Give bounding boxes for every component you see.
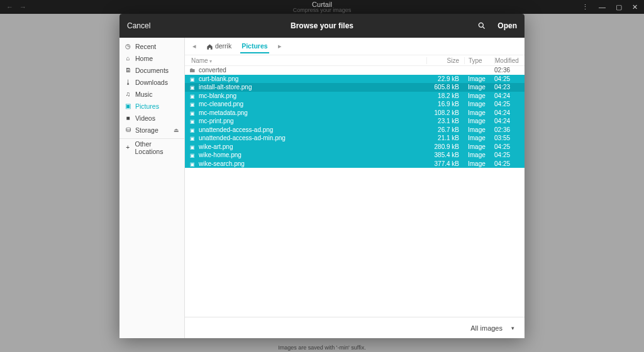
sidebar-item-label: Videos (135, 114, 155, 122)
sort-indicator-icon: ▾ (209, 58, 212, 64)
sidebar-item-home[interactable]: ⌂Home (119, 52, 184, 64)
file-type: Image (464, 151, 494, 158)
image-file-icon (189, 135, 196, 141)
sidebar-item-label: Documents (135, 67, 169, 74)
sidebar-item-label: Downloads (135, 79, 168, 86)
breadcrumb-current[interactable]: Pictures (240, 40, 269, 53)
file-row[interactable]: wike-art.png280.9 kBImage04:25 (185, 143, 525, 151)
file-size: 18.2 kB (426, 92, 464, 99)
file-size: 280.9 kB (426, 143, 464, 150)
pic-icon: ▣ (125, 102, 131, 109)
svg-point-0 (479, 23, 484, 27)
close-icon[interactable]: ✕ (632, 3, 638, 11)
sidebar-item-label: Storage (135, 126, 158, 134)
sidebar-item-label: Music (135, 91, 152, 98)
breadcrumb-back-icon[interactable]: ◂ (191, 42, 197, 50)
file-size: 21.1 kB (426, 135, 464, 141)
file-row[interactable]: mc-print.png23.1 kBImage04:24 (185, 117, 525, 126)
eject-icon[interactable]: ⏏ (174, 127, 179, 133)
column-type[interactable]: Type (464, 57, 494, 64)
sidebar-item-videos[interactable]: ■Videos (119, 112, 184, 124)
music-icon: ♫ (125, 91, 131, 97)
sidebar-item-storage[interactable]: ⛁Storage⏏ (119, 124, 184, 136)
file-modified: 04:25 (494, 101, 525, 107)
kebab-menu-icon[interactable]: ⋮ (582, 3, 589, 11)
image-file-icon (189, 126, 196, 133)
forward-arrow[interactable]: → (19, 3, 26, 11)
plus-icon: + (125, 144, 131, 151)
file-type: Image (464, 101, 494, 107)
maximize-icon[interactable]: ▢ (616, 3, 622, 11)
file-size: 385.4 kB (426, 151, 464, 158)
sidebar-item-label: Home (135, 55, 153, 62)
image-file-icon (189, 92, 196, 99)
minimize-icon[interactable]: — (599, 3, 606, 11)
home-icon: ⌂ (125, 55, 131, 62)
file-name: mc-metadata.png (199, 109, 426, 116)
image-file-icon (189, 160, 196, 167)
file-size: 23.1 kB (426, 118, 464, 124)
status-note: Images are saved with '-min' suffix. (0, 344, 644, 351)
file-modified: 04:24 (494, 118, 525, 124)
file-name: converted (199, 67, 426, 74)
image-file-icon (189, 75, 196, 82)
image-file-icon (189, 101, 196, 107)
svg-line-1 (483, 27, 485, 29)
image-file-icon (189, 118, 196, 124)
file-name: mc-blank.png (199, 92, 426, 99)
file-name: mc-cleaned.png (199, 101, 426, 107)
chevron-down-icon[interactable]: ▾ (511, 325, 514, 331)
column-size[interactable]: Size (426, 57, 464, 64)
sidebar-item-music[interactable]: ♫Music (119, 88, 184, 100)
file-row[interactable]: mc-cleaned.png16.9 kBImage04:25 (185, 100, 525, 109)
folder-row[interactable]: converted02:36 (185, 66, 525, 75)
file-modified: 04:23 (494, 84, 525, 91)
sidebar-item-documents[interactable]: 🗎Documents (119, 64, 184, 76)
column-name[interactable]: Name▾ (185, 57, 426, 64)
open-button[interactable]: Open (497, 21, 517, 30)
file-row[interactable]: wike-home.png385.4 kBImage04:25 (185, 151, 525, 160)
file-modified: 04:24 (494, 109, 525, 116)
file-filter-dropdown[interactable]: All images (470, 324, 502, 332)
file-modified: 04:25 (494, 75, 525, 82)
file-row[interactable]: wike-search.png377.4 kBImage04:25 (185, 160, 525, 168)
app-tagline: Compress your images (0, 8, 644, 13)
file-row[interactable]: install-alt-store.png605.8 kBImage04:23 (185, 83, 525, 92)
file-list-header: Name▾ Size Type Modified (185, 55, 525, 66)
file-type: Image (464, 92, 494, 99)
file-size: 16.9 kB (426, 101, 464, 107)
file-type: Image (464, 160, 494, 167)
breadcrumb: ◂ derrik Pictures ▸ (185, 38, 525, 55)
file-name: install-alt-store.png (199, 84, 426, 91)
image-file-icon (189, 143, 196, 150)
sidebar-item-pictures[interactable]: ▣Pictures (119, 100, 184, 112)
file-name: wike-art.png (199, 143, 426, 150)
file-modified: 04:25 (494, 160, 525, 167)
sidebar-item-other-locations[interactable]: +Other Locations (119, 141, 184, 153)
cancel-button[interactable]: Cancel (127, 21, 150, 30)
sidebar-item-recent[interactable]: ◷Recent (119, 40, 184, 52)
image-file-icon (189, 109, 196, 116)
doc-icon: 🗎 (125, 67, 131, 74)
search-icon[interactable] (477, 21, 486, 30)
file-row[interactable]: unattended-access-ad.png26.7 kBImage02:3… (185, 126, 525, 135)
file-chooser-dialog: Cancel Browse your files Open ◷Recent⌂Ho… (119, 14, 525, 338)
file-type: Image (464, 118, 494, 124)
breadcrumb-forward-icon[interactable]: ▸ (277, 42, 283, 50)
desktop-titlebar: ← → Curtail Compress your images ⋮ — ▢ ✕ (0, 0, 644, 14)
back-arrow[interactable]: ← (6, 3, 13, 11)
file-modified: 02:36 (494, 126, 525, 133)
breadcrumb-home[interactable]: derrik (205, 40, 233, 53)
file-row[interactable]: mc-metadata.png108.2 kBImage04:24 (185, 109, 525, 118)
file-size: 377.4 kB (426, 160, 464, 167)
image-file-icon (189, 84, 196, 91)
sidebar-item-downloads[interactable]: ⭳Downloads (119, 76, 184, 88)
app-title: Curtail (0, 1, 644, 8)
clock-icon: ◷ (125, 43, 131, 50)
file-row[interactable]: curt-blank.png22.9 kBImage04:25 (185, 75, 525, 84)
file-list: Name▾ Size Type Modified converted02:36c… (185, 55, 525, 317)
file-row[interactable]: unattended-access-ad-min.png21.1 kBImage… (185, 134, 525, 143)
column-modified[interactable]: Modified (494, 57, 525, 64)
file-row[interactable]: mc-blank.png18.2 kBImage04:24 (185, 92, 525, 101)
file-name: wike-search.png (199, 160, 426, 167)
